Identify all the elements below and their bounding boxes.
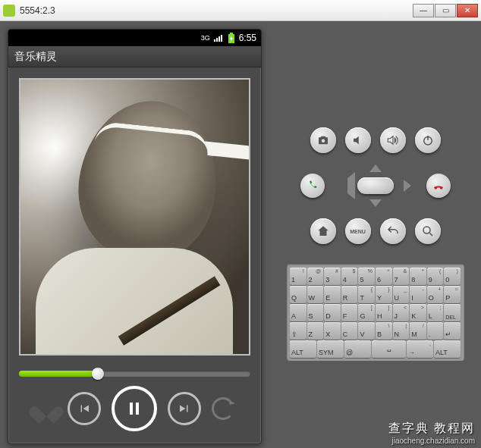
signal-icon xyxy=(213,33,224,42)
key-5[interactable]: 5% xyxy=(358,268,375,285)
key-q[interactable]: Q xyxy=(290,286,307,303)
back-button[interactable] xyxy=(380,218,406,244)
repeat-button[interactable] xyxy=(212,397,234,420)
key-@[interactable]: @ xyxy=(344,340,371,358)
battery-icon xyxy=(228,33,234,43)
power-button[interactable] xyxy=(415,127,441,153)
watermark-url: jiaocheng.chazidian.com xyxy=(388,437,475,445)
key-3[interactable]: 3# xyxy=(324,268,341,285)
minimize-button[interactable]: — xyxy=(413,4,434,17)
key-8[interactable]: 8* xyxy=(410,268,426,285)
dpad-up[interactable] xyxy=(369,164,382,172)
key-w[interactable]: W xyxy=(307,286,324,303)
key-y[interactable]: Y} xyxy=(376,286,392,303)
playback-fill xyxy=(19,371,98,377)
camera-button[interactable] xyxy=(310,127,336,153)
key-alt[interactable]: ALT xyxy=(290,340,316,358)
watermark-title: 查字典 教程网 xyxy=(388,421,475,437)
svg-line-8 xyxy=(429,233,432,236)
key-r[interactable]: R xyxy=(341,286,358,303)
end-call-button[interactable] xyxy=(426,174,451,198)
volume-down-button[interactable] xyxy=(345,127,371,153)
watermark: 查字典 教程网 jiaocheng.chazidian.com xyxy=(388,421,475,445)
dpad-down[interactable] xyxy=(369,199,382,207)
volume-up-button[interactable] xyxy=(380,127,406,153)
menu-button[interactable]: MENU xyxy=(345,218,371,244)
key-g[interactable]: G[ xyxy=(358,304,375,321)
key-9[interactable]: 9( xyxy=(427,268,444,285)
maximize-button[interactable]: ▭ xyxy=(435,4,456,17)
dpad-right[interactable] xyxy=(404,180,411,192)
key-j[interactable]: J< xyxy=(393,304,410,321)
svg-rect-2 xyxy=(130,403,133,415)
key-i[interactable]: I- xyxy=(410,286,426,303)
key-0[interactable]: 0) xyxy=(444,268,461,285)
dpad-center[interactable] xyxy=(357,177,394,194)
key-b[interactable]: B\ xyxy=(376,322,392,340)
key-t[interactable]: T{ xyxy=(358,286,375,303)
emulator-hardware-buttons: MENU xyxy=(300,127,451,244)
key-space[interactable]: ␣ xyxy=(372,340,406,358)
key-l[interactable]: L; xyxy=(427,304,444,321)
key-m[interactable]: M/ xyxy=(410,322,426,340)
dpad xyxy=(334,161,417,211)
playback-thumb[interactable] xyxy=(92,368,104,380)
search-button[interactable] xyxy=(415,218,441,244)
close-button[interactable]: ✕ xyxy=(457,4,478,17)
play-pause-button[interactable] xyxy=(112,386,157,431)
key-a[interactable]: A xyxy=(290,304,307,321)
svg-rect-3 xyxy=(136,403,139,415)
android-statusbar: 3G 6:55 xyxy=(8,30,261,46)
key-f[interactable]: F xyxy=(341,304,358,321)
key-sym[interactable]: SYM xyxy=(317,340,344,358)
key-2[interactable]: 2@ xyxy=(307,268,324,285)
key-u[interactable]: U_ xyxy=(393,286,410,303)
like-button[interactable] xyxy=(36,399,57,418)
dpad-left[interactable] xyxy=(332,172,355,199)
playback-slider[interactable] xyxy=(19,371,250,377)
svg-point-7 xyxy=(423,227,430,233)
app-title: 音乐精灵 xyxy=(14,50,57,64)
album-artwork xyxy=(19,78,250,356)
key-alt[interactable]: ALT xyxy=(434,340,461,358)
key-k[interactable]: K> xyxy=(410,304,426,321)
key-n[interactable]: N| xyxy=(393,322,410,340)
key-d[interactable]: D xyxy=(324,304,341,321)
clock: 6:55 xyxy=(239,33,256,43)
window-titlebar: 5554:2.3 — ▭ ✕ xyxy=(0,0,481,21)
key-e[interactable]: E xyxy=(324,286,341,303)
key-s[interactable]: S xyxy=(307,304,324,321)
previous-button[interactable] xyxy=(68,392,101,425)
key-4[interactable]: 4$ xyxy=(341,268,358,285)
key-↵[interactable]: ↵ xyxy=(444,322,461,340)
home-button[interactable] xyxy=(310,218,336,244)
key-1[interactable]: 1! xyxy=(290,268,307,285)
svg-rect-1 xyxy=(230,33,233,34)
next-button[interactable] xyxy=(168,392,201,425)
key-v[interactable]: V xyxy=(358,322,375,340)
key-h[interactable]: H] xyxy=(376,304,392,321)
key-→[interactable]: →, xyxy=(407,340,433,358)
key-6[interactable]: 6^ xyxy=(376,268,392,285)
svg-point-4 xyxy=(321,139,325,143)
key-del[interactable]: DEL xyxy=(444,304,461,321)
key-7[interactable]: 7& xyxy=(393,268,410,285)
key-c[interactable]: C xyxy=(341,322,358,340)
app-window-icon xyxy=(3,5,15,17)
key-.[interactable]: . xyxy=(427,322,444,340)
network-indicator: 3G xyxy=(201,33,224,42)
app-titlebar: 音乐精灵 xyxy=(8,46,261,67)
window-title: 5554:2.3 xyxy=(20,5,55,16)
emulator-keyboard: 1!2@3#4$5%6^7&8*9(0) QWERT{Y}U_I-O+P= AS… xyxy=(287,264,464,361)
key-p[interactable]: P= xyxy=(444,286,461,303)
key-⇧[interactable]: ⇧ xyxy=(290,322,307,340)
key-z[interactable]: Z xyxy=(307,322,324,340)
call-button[interactable] xyxy=(300,174,325,198)
android-emulator-screen: 3G 6:55 音乐精灵 xyxy=(8,29,262,444)
key-o[interactable]: O+ xyxy=(427,286,444,303)
key-x[interactable]: X xyxy=(324,322,341,340)
network-label: 3G xyxy=(201,35,210,42)
